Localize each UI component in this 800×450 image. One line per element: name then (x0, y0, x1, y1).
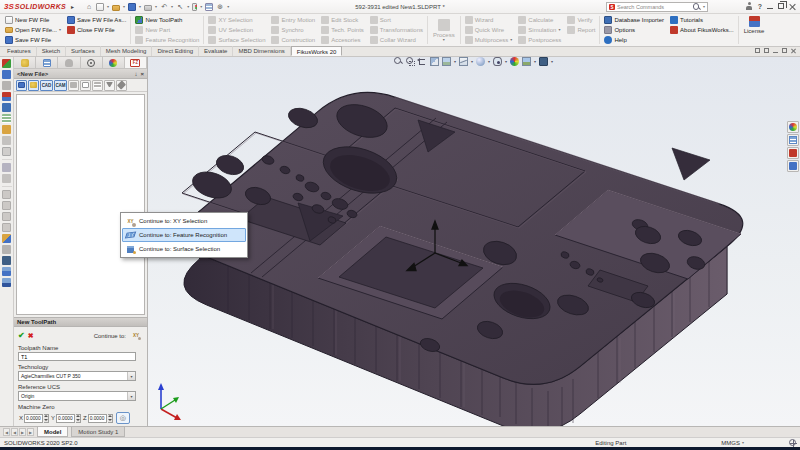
left-toolbar-button-2[interactable] (2, 70, 11, 79)
print-caret[interactable]: ▾ (155, 5, 157, 9)
left-toolbar-button-3[interactable] (2, 81, 11, 90)
new-toolpath-button[interactable]: New ToolPath (135, 15, 199, 25)
display-style-caret[interactable]: ▾ (488, 59, 490, 64)
cancel-x-button[interactable]: ✖ (28, 332, 34, 340)
undo-caret[interactable]: ▾ (171, 5, 173, 9)
y-zero-input[interactable]: 0.0000 (56, 414, 75, 423)
machine-zero-pick-button[interactable]: ◎ (116, 412, 130, 424)
rebuild-icon[interactable] (192, 3, 197, 11)
tab-evaluate[interactable]: Evaluate (199, 46, 233, 56)
left-toolbar-button-20[interactable] (2, 278, 11, 287)
undo-icon[interactable]: ↶ (160, 3, 168, 11)
process-caret[interactable]: ▾ (443, 38, 445, 42)
left-toolbar-button-9[interactable] (2, 147, 11, 156)
left-toolbar-button-18[interactable] (2, 256, 11, 265)
machine-view-button[interactable] (787, 160, 799, 172)
left-toolbar-button-14[interactable] (2, 212, 11, 221)
apply-scene-caret[interactable]: ▾ (534, 59, 536, 64)
edit-appearance-icon[interactable] (510, 57, 519, 66)
panel-share-button[interactable] (68, 80, 79, 91)
zoom-to-fit-icon[interactable] (394, 57, 403, 66)
model-tab[interactable]: Model (37, 427, 68, 437)
x-zero-stepper[interactable] (44, 414, 49, 423)
left-toolbar-button-16[interactable] (2, 234, 11, 243)
panel-tab-dimxpert[interactable] (81, 57, 103, 68)
doc-minimize-icon[interactable] (773, 52, 778, 53)
continue-to-dropdown-button[interactable]: XY (129, 330, 143, 342)
feature-recognition-button[interactable]: Feature Recognition (135, 35, 199, 45)
panel-tab-configurationmanager[interactable] (58, 57, 80, 68)
toolpath-name-input[interactable] (18, 352, 136, 361)
options-icon[interactable]: ⊛ (216, 3, 224, 11)
ok-button[interactable]: ✔ (18, 331, 25, 340)
left-toolbar-button-1[interactable] (2, 59, 11, 68)
left-toolbar-button-8[interactable] (2, 136, 11, 145)
tab-scroll-next-button[interactable]: ▶ (19, 428, 26, 436)
technology-dropdown-icon[interactable]: ▾ (127, 372, 135, 380)
panel-glove-button[interactable] (28, 80, 39, 91)
multiprocess-caret[interactable]: ▾ (510, 38, 512, 42)
tab-mesh-modeling[interactable]: Mesh Modeling (101, 46, 153, 56)
multiprocess-button[interactable]: Multiprocess▾ (465, 35, 513, 45)
print-icon[interactable] (144, 5, 152, 11)
simulation-button[interactable]: Simulation▾ (518, 25, 561, 35)
options-caret[interactable]: ▾ (227, 5, 229, 9)
file-properties-icon[interactable] (205, 3, 213, 11)
panel-filter-button[interactable] (104, 80, 115, 91)
open-file-caret[interactable]: ▾ (123, 5, 125, 9)
about-fikusworks-button[interactable]: About FikusWorks... (670, 25, 734, 35)
select-caret[interactable]: ▾ (187, 5, 189, 9)
tech-points-button[interactable]: Tech. Points (321, 25, 364, 35)
left-toolbar-button-13[interactable] (2, 201, 11, 210)
new-file-icon[interactable] (96, 3, 104, 11)
doc-restore-icon[interactable] (755, 48, 760, 53)
globe-icon[interactable] (789, 439, 796, 446)
units-caret-icon[interactable]: ▾ (742, 441, 744, 445)
save-icon[interactable] (128, 3, 136, 11)
panel-tab-fikusworks[interactable]: FZ (125, 57, 147, 68)
section-view-icon[interactable] (430, 57, 439, 66)
panel-copy-button[interactable] (80, 80, 91, 91)
open-file-icon[interactable] (112, 5, 120, 11)
x-zero-input[interactable]: 0.0000 (24, 414, 43, 423)
close-fw-file-button[interactable]: Close FW File (67, 25, 126, 35)
new-part-button[interactable]: New Part (135, 25, 199, 35)
tab-fikusworks[interactable]: FikusWorks 20 (291, 46, 343, 56)
panel-tools-button[interactable] (116, 80, 127, 91)
uv-selection-button[interactable]: UV Selection (208, 25, 265, 35)
view-settings-icon[interactable] (539, 57, 548, 66)
rebuild-caret[interactable]: ▾ (200, 5, 202, 9)
left-toolbar-button-17[interactable] (2, 245, 11, 254)
motion-study-tab[interactable]: Motion Study 1 (71, 427, 125, 437)
y-zero-stepper[interactable] (76, 414, 81, 423)
database-importer-button[interactable]: Database Importer (604, 15, 664, 25)
doc-new-window-icon[interactable] (764, 48, 769, 53)
tutorials-button[interactable]: Tutorials (670, 15, 734, 25)
search-input[interactable]: Search Commands (617, 4, 691, 10)
open-fw-file-button[interactable]: Open FW File...▾ (5, 25, 61, 35)
hide-show-caret[interactable]: ▾ (505, 59, 507, 64)
tab-scroll-first-button[interactable]: ◀ (3, 428, 10, 436)
report-button[interactable]: Report (567, 25, 595, 35)
panel-monitor-button[interactable] (16, 80, 27, 91)
open-fw-caret[interactable]: ▾ (59, 28, 61, 32)
tab-features[interactable]: Features (2, 46, 37, 56)
doc-maximize-icon[interactable] (782, 48, 787, 53)
save-caret[interactable]: ▾ (139, 5, 141, 9)
display-style-icon[interactable] (476, 57, 485, 66)
new-fw-file-button[interactable]: New FW File (5, 15, 61, 25)
calculate-button[interactable]: Calculate (518, 15, 561, 25)
annotation-caret[interactable]: ▾ (454, 59, 456, 64)
fikus-tools-button[interactable] (787, 147, 799, 159)
save-fw-file-as-button[interactable]: Save FW File As... (67, 15, 126, 25)
tab-mbd-dimensions[interactable]: MBD Dimensions (233, 46, 290, 56)
left-toolbar-button-10[interactable] (2, 163, 11, 172)
zoom-to-area-icon[interactable] (406, 57, 415, 66)
panel-close-icon[interactable]: × (140, 71, 144, 77)
menu-item-feature-recognition[interactable]: Continue to: Feature Recognition (122, 228, 246, 242)
left-toolbar-button-11[interactable] (2, 174, 11, 183)
search-icon[interactable] (693, 3, 701, 11)
tab-direct-editing[interactable]: Direct Editing (152, 46, 199, 56)
new-file-caret[interactable]: ▾ (107, 5, 109, 9)
left-toolbar-button-5[interactable] (2, 103, 11, 112)
